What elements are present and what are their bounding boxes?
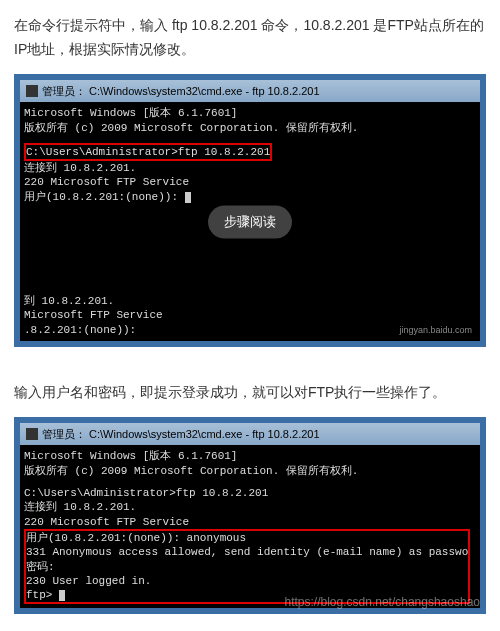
cmd-icon [26,85,38,97]
terminal-line: 连接到 10.8.2.201. [24,161,476,175]
terminal-line: 连接到 10.8.2.201. [24,500,476,514]
watermark-text: jingyan.baidu.com [399,325,472,337]
cmd-window-2: 管理员： C:\Windows\system32\cmd.exe - ftp 1… [20,423,480,609]
terminal-line: 220 Microsoft FTP Service [24,515,476,529]
cursor-icon [59,590,65,601]
screenshot-frame-1: 管理员： C:\Windows\system32\cmd.exe - ftp 1… [14,74,486,347]
highlight-box-1: C:\Users\Administrator>ftp 10.8.2.201 [24,143,272,161]
terminal-line: C:\Users\Administrator>ftp 10.8.2.201 [24,486,476,500]
titlebar-text: 管理员： C:\Windows\system32\cmd.exe - ftp 1… [42,82,320,101]
cursor-icon [185,192,191,203]
terminal-body-1: Microsoft Windows [版本 6.1.7601] 版权所有 (c)… [20,102,480,341]
terminal-line: 版权所有 (c) 2009 Microsoft Corporation. 保留所… [24,464,476,478]
cmd-window-1: 管理员： C:\Windows\system32\cmd.exe - ftp 1… [20,80,480,341]
terminal-line: 用户(10.8.2.201:(none)): anonymous [26,531,468,545]
titlebar-text: 管理员： C:\Windows\system32\cmd.exe - ftp 1… [42,425,320,444]
terminal-line: 版权所有 (c) 2009 Microsoft Corporation. 保留所… [24,121,476,135]
window-titlebar-1: 管理员： C:\Windows\system32\cmd.exe - ftp 1… [20,80,480,103]
step-section-2: 输入用户名和密码，即提示登录成功，就可以对FTP执行一些操作了。 管理员： C:… [14,381,486,614]
step-section-1: 在命令行提示符中，输入 ftp 10.8.2.201 命令，10.8.2.201… [14,14,486,347]
step-description-1: 在命令行提示符中，输入 ftp 10.8.2.201 命令，10.8.2.201… [14,14,486,62]
cmd-icon [26,428,38,440]
step-description-2: 输入用户名和密码，即提示登录成功，就可以对FTP执行一些操作了。 [14,381,486,405]
terminal-line: 331 Anonymous access allowed, send ident… [26,545,468,559]
terminal-line: 用户(10.8.2.201:(none)): [24,190,476,204]
terminal-body-2: Microsoft Windows [版本 6.1.7601] 版权所有 (c)… [20,445,480,608]
terminal-line: Microsoft Windows [版本 6.1.7601] [24,106,476,120]
terminal-line: 220 Microsoft FTP Service [24,175,476,189]
window-titlebar-2: 管理员： C:\Windows\system32\cmd.exe - ftp 1… [20,423,480,446]
step-read-button[interactable]: 步骤阅读 [208,205,292,238]
terminal-line: 密码: [26,560,468,574]
terminal-line: C:\Users\Administrator>ftp 10.8.2.201 [26,145,270,159]
screenshot-frame-2: 管理员： C:\Windows\system32\cmd.exe - ftp 1… [14,417,486,615]
page-watermark: https://blog.csdn.net/changshaoshao [285,592,480,612]
terminal-line: 230 User logged in. [26,574,468,588]
terminal-line: 到 10.8.2.201. [24,294,476,308]
terminal-line: Microsoft Windows [版本 6.1.7601] [24,449,476,463]
terminal-line: Microsoft FTP Service [24,308,476,322]
